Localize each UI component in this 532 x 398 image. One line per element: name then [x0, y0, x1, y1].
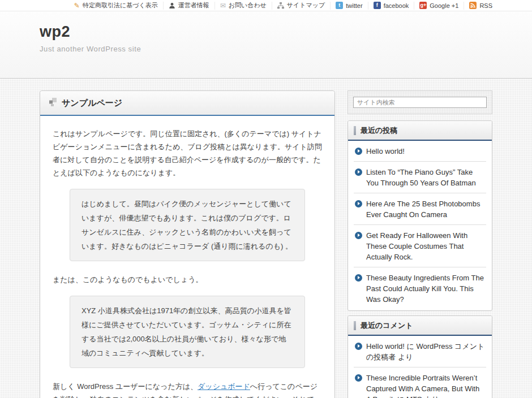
- recent-post-item[interactable]: Listen To “The Piano Guys” Take You Thro…: [354, 162, 486, 193]
- recent-comments-title: 最近のコメント: [361, 321, 413, 331]
- facebook-icon: f: [374, 2, 381, 9]
- recent-comment-item[interactable]: Hello world! に WordPress コメントの投稿者 より: [354, 336, 486, 367]
- topbar-link-label: サイトマップ: [287, 1, 325, 10]
- dashboard-link[interactable]: ダッシュボード: [198, 382, 250, 391]
- mail-icon: ✉: [220, 2, 226, 9]
- topbar-link-facebook[interactable]: f facebook: [368, 2, 414, 10]
- recent-comments-header: 最近のコメント: [348, 316, 492, 336]
- recent-comments-widget: 最近のコメント Hello world! に WordPress コメントの投稿…: [347, 315, 492, 398]
- search-input[interactable]: [353, 97, 487, 108]
- topbar-link-label: 運営者情報: [178, 1, 209, 10]
- topbar-link-operator-info[interactable]: 運営者情報: [163, 2, 214, 10]
- topbar-link-googleplus[interactable]: g+ Google +1: [414, 2, 464, 10]
- recent-post-item[interactable]: Here Are The 25 Best Photobombs Ever Cau…: [354, 193, 486, 225]
- recent-post-item[interactable]: Get Ready For Halloween With These Coupl…: [354, 225, 486, 267]
- comment-link: Hello world! に WordPress コメントの投稿者 より: [366, 341, 485, 362]
- page-wrap: サンプルページ これはサンプルページです。同じ位置に固定され、(多くのテーマでは…: [40, 79, 492, 398]
- topbar-link-label: twitter: [346, 2, 362, 9]
- post-link: Listen To “The Piano Guys” Take You Thro…: [366, 167, 485, 188]
- site-tagline: Just another WordPress site: [40, 45, 492, 53]
- pencil-icon: ✎: [74, 2, 80, 9]
- topbar-link-label: facebook: [384, 2, 409, 9]
- topbar-link-label: 特定商取引法に基づく表示: [83, 1, 158, 10]
- twitter-icon: t: [336, 2, 343, 9]
- paragraph: または、このようなものでもよいでしょう。: [53, 273, 322, 286]
- paragraph: 新しく WordPress ユーザーになった方は、ダッシュボードへ行ってこのペー…: [53, 380, 322, 398]
- page-content: これはサンプルページです。同じ位置に固定され、(多くのテーマでは) サイトナビゲ…: [40, 116, 334, 398]
- recent-posts-header: 最近の投稿: [348, 121, 492, 141]
- post-link: Get Ready For Halloween With These Coupl…: [366, 230, 485, 262]
- paragraph-text: 新しく WordPress ユーザーになった方は、: [53, 382, 198, 391]
- recent-posts-list: Hello world! Listen To “The Piano Guys” …: [348, 141, 492, 310]
- arrow-bullet-icon: [355, 274, 362, 282]
- topbar-link-tokushoho[interactable]: ✎ 特定商取引法に基づく表示: [69, 2, 163, 10]
- comment-link: These Incredible Portraits Weren’t Captu…: [366, 373, 485, 398]
- sitemap-icon: [277, 2, 284, 9]
- site-title[interactable]: wp2: [40, 23, 492, 41]
- recent-comments-list: Hello world! に WordPress コメントの投稿者 より The…: [348, 336, 492, 398]
- arrow-bullet-icon: [355, 148, 362, 155]
- arrow-bullet-icon: [355, 200, 362, 207]
- post-link: These Beauty Ingredients From The Past C…: [366, 272, 485, 305]
- blockquote-intro: はじめまして。昼間はバイク便のメッセンジャーとして働いていますが、俳優志望でもあ…: [70, 189, 305, 261]
- accent-bar-icon: [354, 321, 356, 330]
- arrow-bullet-icon: [355, 374, 362, 382]
- arrow-bullet-icon: [355, 232, 362, 239]
- arrow-bullet-icon: [355, 343, 362, 350]
- recent-comment-item[interactable]: These Incredible Portraits Weren’t Captu…: [354, 367, 486, 398]
- topbar-link-label: お問い合わせ: [229, 1, 267, 10]
- top-utility-bar: ✎ 特定商取引法に基づく表示 運営者情報 ✉ お問い合わせ サイトマップ t t…: [0, 0, 532, 11]
- accent-bar-icon: [354, 126, 356, 135]
- paragraph: これはサンプルページです。同じ位置に固定され、(多くのテーマでは) サイトナビゲ…: [53, 127, 322, 179]
- recent-post-item[interactable]: Hello world!: [354, 141, 486, 162]
- topbar-link-sitemap[interactable]: サイトマップ: [272, 2, 331, 10]
- post-link: Hello world!: [366, 146, 405, 157]
- recent-post-item[interactable]: These Beauty Ingredients From The Past C…: [354, 267, 486, 309]
- blockquote-company: XYZ 小道具株式会社は1971年の創立以来、高品質の小道具を皆様にご提供させて…: [70, 296, 305, 368]
- main-content-card: サンプルページ これはサンプルページです。同じ位置に固定され、(多くのテーマでは…: [40, 90, 335, 398]
- sidebar: 最近の投稿 Hello world! Listen To “The Piano …: [347, 90, 492, 398]
- rss-icon: [469, 2, 477, 9]
- page-titlebar: サンプルページ: [40, 91, 334, 116]
- user-icon: [169, 2, 175, 9]
- page-icon: [49, 98, 57, 109]
- recent-posts-title: 最近の投稿: [361, 126, 397, 136]
- googleplus-icon: g+: [419, 2, 427, 9]
- topbar-link-label: RSS: [479, 2, 492, 9]
- topbar-link-twitter[interactable]: t twitter: [330, 2, 367, 10]
- recent-posts-widget: 最近の投稿 Hello world! Listen To “The Piano …: [347, 120, 492, 311]
- page-title: サンプルページ: [62, 98, 122, 109]
- search-widget: [347, 90, 492, 114]
- arrow-bullet-icon: [355, 168, 362, 176]
- topbar-link-contact[interactable]: ✉ お問い合わせ: [214, 2, 272, 10]
- post-link: Here Are The 25 Best Photobombs Ever Cau…: [366, 198, 485, 220]
- topbar-link-label: Google +1: [430, 2, 458, 9]
- topbar-link-rss[interactable]: RSS: [464, 2, 492, 10]
- site-header: wp2 Just another WordPress site: [0, 11, 532, 79]
